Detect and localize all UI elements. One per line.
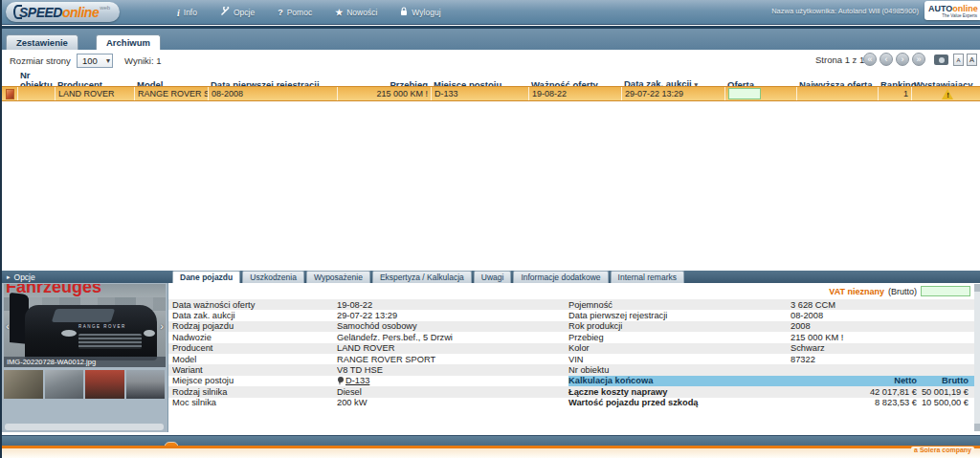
photo-prev-arrow[interactable]: ‹ <box>6 320 10 332</box>
main-tabstrip: Zestawienie Archiwum <box>0 29 980 50</box>
detail-tab-uwagi[interactable]: Uwagi <box>474 271 512 283</box>
field-row: Producent LAND ROVER KolorSchwarz <box>168 343 974 354</box>
info-icon: i <box>177 8 180 18</box>
next-page-button[interactable]: › <box>896 53 909 66</box>
speedonline-app: SPEED online web i Info Opcje ? Pomoc ★ … <box>0 0 980 458</box>
footer-strip <box>0 448 980 458</box>
auction-row[interactable]: LAND ROVER RANGE ROVER SPOR... 08-2008 2… <box>2 86 980 101</box>
menu-label: Info <box>184 8 197 17</box>
logo-text-speed: SPEED <box>19 5 62 20</box>
field-row: Miejsce postoju D-133 Kalkulacja końcowa… <box>168 376 974 386</box>
vat-input[interactable] <box>921 286 970 296</box>
cell-model: RANGE ROVER SPOR... <box>134 87 208 100</box>
calc-row: Łączne koszty naprawy 42 017,81 € 50 001… <box>568 386 974 397</box>
menu-item-info[interactable]: i Info <box>177 8 197 18</box>
first-page-button[interactable]: « <box>863 53 877 66</box>
detail-tabbar: Dane pojazdu Uszkodzenia Wyposażenie Eks… <box>168 271 980 283</box>
wrench-icon <box>220 7 230 18</box>
photo-thumbnail[interactable] <box>85 370 124 399</box>
cell-najwyzsza <box>796 87 878 100</box>
field-row: Data ważności oferty 19-08-22 Pojemność3… <box>168 299 974 310</box>
cell-waznosc: 19-08-22 <box>528 87 621 100</box>
detail-tab-internal[interactable]: Internal remarks <box>611 271 684 283</box>
field-row: Nadwozie Geländefz. Pers.bef., 5 Drzwi P… <box>168 332 974 342</box>
cell-nr-obiektu <box>17 87 55 100</box>
warning-icon[interactable]: ! <box>942 89 954 99</box>
vat-row: VAT nieznany (Brutto) <box>829 286 970 296</box>
photo-panel: RANGE ROVER Fahrzeuges ‹ › IMG-20220728-… <box>2 283 168 432</box>
top-header: SPEED online web i Info Opcje ? Pomoc ★ … <box>0 0 980 25</box>
results-label: Wyniki: 1 <box>124 55 161 66</box>
detail-tab-dane-pojazdu[interactable]: Dane pojazdu <box>172 271 240 283</box>
parking-location-link[interactable]: D-133 <box>345 376 369 385</box>
page-size-label: Rozmiar strony <box>10 55 71 66</box>
photo-thumbnail[interactable] <box>45 370 84 399</box>
photo-windshield <box>52 309 116 322</box>
photo-thumbnail[interactable] <box>126 370 166 399</box>
app-logo[interactable]: SPEED online web <box>6 2 120 22</box>
detail-tab-wyposazenie[interactable]: Wyposażenie <box>306 271 370 283</box>
photo-watermark: Fahrzeuges <box>6 284 101 297</box>
menu-label: Pomoc <box>287 8 312 17</box>
vat-suffix: (Brutto) <box>888 287 917 296</box>
menu-item-pomoc[interactable]: ? Pomoc <box>278 8 312 17</box>
chevron-down-icon: ▾ <box>106 56 110 65</box>
photo-next-arrow[interactable]: › <box>160 320 164 332</box>
page-info-label: Strona 1 z 1 <box>815 55 864 65</box>
cell-producent: LAND ROVER <box>55 87 134 100</box>
photo-thumbnail[interactable] <box>4 370 43 399</box>
detail-tab-informacje[interactable]: Informacje dodatkowe <box>513 271 608 283</box>
detail-scrollbar[interactable] <box>974 284 980 431</box>
vat-label: VAT nieznany <box>829 287 884 296</box>
last-page-button[interactable]: » <box>912 53 925 66</box>
menu-label: Nowości <box>346 8 377 17</box>
window-edge <box>0 0 2 458</box>
cell-wystawiajacy: ! <box>911 87 980 100</box>
row-photo-cell <box>2 87 17 100</box>
field-row: Rodzaj pojazdu Samochód osobowy Rok prod… <box>168 321 974 332</box>
tab-zestawienie[interactable]: Zestawienie <box>6 34 78 50</box>
detail-tab-uszkodzenia[interactable]: Uszkodzenia <box>242 271 304 283</box>
vehicle-main-photo[interactable]: RANGE ROVER Fahrzeuges ‹ › IMG-20220728-… <box>4 284 166 367</box>
lock-icon <box>400 7 408 18</box>
photo-grille <box>78 334 142 349</box>
menu-item-wyloguj[interactable]: Wyloguj <box>400 7 440 18</box>
offer-input[interactable] <box>728 88 761 99</box>
expand-arrow-icon: ▸ <box>7 273 11 281</box>
star-icon: ★ <box>335 8 343 17</box>
camera-icon[interactable] <box>934 55 948 65</box>
username-label: Nazwa użytkownika: Autoland Will (049859… <box>771 7 919 15</box>
cell-miejsce: D-133 <box>431 87 528 100</box>
location-pin-icon <box>337 377 344 385</box>
menu-label: Wyloguj <box>412 8 440 17</box>
thumbnail-scrollbar[interactable] <box>5 424 164 430</box>
field-row: Moc silnika 200 kW Wartość pojazdu przed… <box>168 398 974 408</box>
font-size-medium-button[interactable]: A <box>967 54 977 66</box>
options-expander[interactable]: ▸ Opcje <box>2 271 168 283</box>
menu-label: Opcje <box>234 8 255 17</box>
calc-header-row: Kalkulacja końcowa Netto Brutto <box>568 376 974 386</box>
cell-ranking: 1 <box>878 87 911 100</box>
photo-hood-text: RANGE ROVER <box>78 324 126 329</box>
prev-page-button[interactable]: ‹ <box>880 53 893 66</box>
calc-row: Wartość pojazdu przed szkodą 8 823,53 € … <box>568 398 974 408</box>
logo-text-web: web <box>100 5 110 11</box>
solera-company-label: a Solera company <box>911 447 974 453</box>
photo-headlamp <box>61 330 77 337</box>
autoonline-logo: AUTOonline The Value Experts <box>924 1 980 20</box>
cell-data-zak: 29-07-22 13:29 <box>621 87 724 100</box>
menu-item-opcje[interactable]: Opcje <box>220 7 255 18</box>
pagination: « ‹ › » A A A <box>863 53 980 66</box>
photo-caption: IMG-20220728-WA0012.jpg <box>4 357 166 367</box>
options-label: Opcje <box>14 273 35 282</box>
cell-przebieg: 215 000 KM ! <box>337 87 431 100</box>
detail-tab-ekspertyza[interactable]: Ekspertyza / Kalkulacja <box>372 271 472 283</box>
photo-thumbnail-icon[interactable] <box>6 89 14 99</box>
menu-item-nowosci[interactable]: ★ Nowości <box>335 8 377 17</box>
field-row: Model RANGE ROVER SPORT VIN87322 <box>168 354 974 364</box>
logo-text-online: online <box>62 5 99 20</box>
font-size-small-button[interactable]: A <box>953 54 964 66</box>
top-menu: i Info Opcje ? Pomoc ★ Nowości Wyloguj <box>177 0 441 25</box>
page-size-select[interactable]: 100 ▾ <box>77 54 113 68</box>
tab-archiwum[interactable]: Archiwum <box>96 34 161 50</box>
